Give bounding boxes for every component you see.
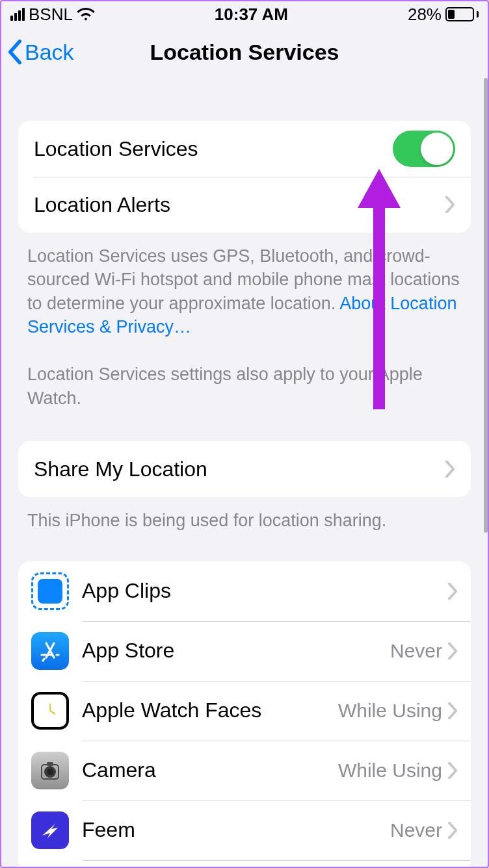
status-bar: BSNL 10:37 AM 28%: [0, 0, 489, 29]
scroll-indicator[interactable]: [484, 78, 488, 533]
location-services-label: Location Services: [34, 137, 393, 161]
app-row-feem[interactable]: Feem Never: [18, 800, 471, 860]
share-my-location-row[interactable]: Share My Location: [18, 441, 471, 497]
chevron-right-icon: [447, 822, 458, 839]
app-name-label: Gboard: [82, 860, 323, 869]
settings-group-share: Share My Location: [18, 441, 471, 497]
location-alerts-label: Location Alerts: [34, 193, 445, 217]
settings-group-main: Location Services Location Alerts: [18, 121, 471, 233]
location-services-row[interactable]: Location Services: [18, 121, 471, 177]
cellular-signal-icon: [10, 8, 25, 21]
wifi-icon: [77, 7, 95, 21]
battery-percentage: 28%: [408, 5, 442, 25]
footer-text-2: Location Services settings also apply to…: [27, 364, 423, 407]
app-row-camera[interactable]: Camera While Using: [18, 741, 471, 800]
chevron-right-icon: [447, 762, 458, 779]
footer-description: Location Services uses GPS, Bluetooth, a…: [0, 233, 489, 415]
app-row-watch-faces[interactable]: Apple Watch Faces While Using: [18, 681, 471, 741]
back-button[interactable]: Back: [0, 40, 74, 65]
app-list-group: App Clips App Store Never Apple Watch Fa…: [18, 561, 471, 869]
apple-watch-faces-icon: [31, 692, 69, 730]
app-permission-value: Never: [390, 819, 442, 841]
app-permission-value: While Using: [338, 700, 442, 722]
share-footer: This iPhone is being used for location s…: [0, 497, 489, 537]
app-permission-value: Never: [390, 640, 442, 662]
app-permission-value: When Shared: [323, 860, 442, 869]
app-name-label: App Clips: [82, 579, 442, 603]
app-name-label: Feem: [82, 818, 390, 842]
chevron-right-icon: [445, 461, 455, 478]
location-services-toggle[interactable]: [393, 131, 455, 167]
nav-bar: Back Location Services: [0, 29, 489, 75]
app-row-gboard[interactable]: Gboard When Shared: [18, 860, 471, 869]
app-name-label: Camera: [82, 758, 338, 782]
chevron-right-icon: [447, 860, 458, 869]
app-name-label: App Store: [82, 639, 390, 663]
svg-line-1: [50, 711, 55, 714]
app-store-icon: [31, 632, 69, 670]
feem-icon: [31, 811, 69, 849]
svg-rect-5: [47, 762, 53, 766]
chevron-right-icon: [447, 583, 458, 600]
back-label: Back: [25, 40, 74, 65]
chevron-right-icon: [447, 643, 458, 659]
location-alerts-row[interactable]: Location Alerts: [18, 177, 471, 233]
app-row-app-clips[interactable]: App Clips: [18, 561, 471, 621]
clock: 10:37 AM: [215, 5, 288, 25]
chevron-left-icon: [8, 40, 22, 64]
camera-icon: [31, 752, 69, 789]
carrier-label: BSNL: [29, 5, 73, 25]
app-permission-value: While Using: [338, 760, 442, 782]
share-my-location-label: Share My Location: [34, 457, 445, 481]
app-name-label: Apple Watch Faces: [82, 698, 338, 722]
chevron-right-icon: [447, 702, 458, 719]
app-row-app-store[interactable]: App Store Never: [18, 621, 471, 681]
svg-point-3: [47, 769, 53, 775]
page-title: Location Services: [150, 40, 339, 65]
app-clips-icon: [31, 572, 69, 610]
chevron-right-icon: [445, 196, 455, 213]
battery-icon: [445, 7, 479, 21]
